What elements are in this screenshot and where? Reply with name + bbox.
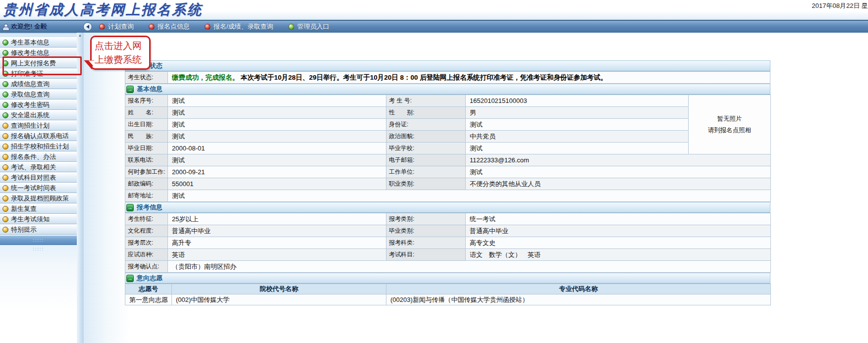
- sidebar-scrollbar[interactable]: ▲: [77, 33, 84, 343]
- sidebar-item-print-admission-ticket[interactable]: 打印准考证: [0, 68, 77, 79]
- field-label: 性 别:: [386, 107, 466, 119]
- table-row: 邮寄地址: 测试: [125, 190, 771, 202]
- volunteer-school: (002)中国传媒大学: [172, 294, 386, 305]
- sidebar-item-label: 新生复查: [11, 204, 37, 213]
- section-title: 报考信息: [137, 203, 163, 212]
- field-label: 民 族:: [125, 131, 168, 143]
- field-label: 何时参加工作:: [125, 166, 168, 178]
- sidebar-item-label: 招生学校和招生计划: [11, 142, 69, 151]
- field-value: 普通高中毕业: [466, 225, 771, 237]
- field-label: 报考类别:: [386, 213, 466, 225]
- sidebar-item-unified-exam-schedule[interactable]: 统一考试时间表: [0, 183, 77, 193]
- nav-score-admission-query[interactable]: 报名/成绩、录取查询: [205, 22, 273, 31]
- yellow-dot-icon: [2, 185, 8, 191]
- yellow-dot-icon: [2, 206, 8, 212]
- volunteer-table: 志愿号 院校代号名称 专业代码名称 第一意向志愿 (002)中国传媒大学 (00…: [125, 284, 771, 305]
- yellow-dot-icon: [2, 133, 8, 139]
- yellow-dot-icon: [2, 216, 8, 222]
- yellow-dot-icon: [2, 123, 8, 129]
- field-label: 报考确认点:: [125, 261, 168, 273]
- sidebar-item-candidate-exam-notice[interactable]: 考生考试须知: [0, 214, 77, 224]
- field-value: 普通高中毕业: [168, 225, 386, 237]
- user-icon: [2, 24, 8, 30]
- field-label: 毕业学校:: [386, 143, 466, 154]
- table-row: 何时参加工作: 2000-09-21 工作单位: 测试: [125, 166, 771, 178]
- sidebar-item-freshman-recheck[interactable]: 新生复查: [0, 203, 77, 214]
- sidebar-item-label: 安全退出系统: [11, 111, 50, 120]
- section-title: 基本信息: [137, 85, 163, 94]
- sidebar-item-label: 报名条件、办法: [11, 152, 56, 161]
- sidebar-item-exam-subjects-table[interactable]: 考试科目对照表: [0, 172, 77, 183]
- table-row: 邮政编码: 550001 职业类别: 不便分类的其他从业人员: [125, 178, 771, 190]
- table-row: 民 族: 测试 政治面貌: 中共党员: [125, 131, 771, 143]
- sidebar-item-label: 特别提示: [11, 225, 37, 234]
- field-value: 测试: [168, 95, 386, 107]
- section-title: 意向志愿: [137, 274, 163, 283]
- sidebar-item-candidate-basic-info[interactable]: 考生基本信息: [0, 37, 77, 48]
- sidebar-item-registration-conditions[interactable]: 报名条件、办法: [0, 151, 77, 162]
- sidebar-item-enrollment-plan-query[interactable]: 查询招生计划: [0, 120, 77, 131]
- field-label: 考生状态:: [125, 72, 168, 84]
- yellow-dot-icon: [2, 175, 8, 181]
- table-row: 第一意向志愿 (002)中国传媒大学 (00203)新闻与传播（中国传媒大学贵州…: [125, 294, 771, 305]
- scroll-up-icon[interactable]: ▲: [77, 33, 83, 39]
- sidebar-item-score-query[interactable]: 成绩信息查询: [0, 79, 77, 89]
- red-dot-icon: [205, 24, 211, 30]
- green-dot-icon: [2, 81, 8, 87]
- sidebar-item-confirmation-point-phones[interactable]: 报名确认点联系电话: [0, 131, 77, 141]
- field-value: 550001: [168, 178, 386, 190]
- status-table: 考生状态: 缴费成功，完成报名。 本次考试于10月28日、29日举行。考生可于1…: [125, 71, 770, 84]
- table-row: 考生特征: 25岁以上 报考类别: 统一考试: [125, 213, 771, 225]
- basic-info-table: 报名序号: 测试 考 生 号: 1652010215100003 暂无照片 请到…: [125, 95, 771, 202]
- sidebar-item-special-notice[interactable]: 特别提示: [0, 224, 77, 235]
- nav-item-label: 报名点信息: [158, 22, 190, 31]
- annotation-line: 上缴费系统: [95, 53, 146, 67]
- field-value: 1652010215100003: [466, 95, 689, 107]
- yellow-dot-icon: [2, 154, 8, 160]
- sidebar-item-schools-and-plans[interactable]: 招生学校和招生计划: [0, 141, 77, 151]
- field-value: 测试: [168, 154, 386, 166]
- field-value: 测试: [466, 119, 689, 131]
- field-label: 电子邮箱:: [386, 154, 466, 166]
- sidebar-item-pay-registration-fee[interactable]: 网上支付报名费: [0, 58, 77, 68]
- section-header-apply-info: → 报考信息: [125, 202, 770, 213]
- nav-plan-query[interactable]: 计划查询: [99, 22, 134, 31]
- section-arrow-icon: →: [126, 86, 134, 93]
- sidebar-item-label: 网上支付报名费: [11, 59, 56, 68]
- green-dot-icon: [2, 102, 8, 108]
- field-value: 测试: [168, 190, 771, 202]
- sidebar-item-edit-candidate-info[interactable]: 修改考生信息: [0, 48, 77, 58]
- section-header-volunteer: → 意向志愿: [125, 273, 770, 284]
- green-dot-icon: [2, 60, 8, 66]
- nav-registration-point-info[interactable]: 报名点信息: [149, 22, 190, 31]
- sidebar-collapsed-group[interactable]: :::::: [0, 235, 77, 245]
- sidebar-item-admission-query[interactable]: 录取信息查询: [0, 89, 77, 99]
- page-title: 贵州省成人高考网上报名系统: [3, 0, 203, 19]
- column-header: 专业代码名称: [386, 284, 771, 294]
- nav-back-button[interactable]: [83, 22, 92, 31]
- red-dot-icon: [99, 24, 105, 30]
- sidebar-item-logout[interactable]: 安全退出系统: [0, 110, 77, 120]
- field-value: 2000-09-21: [168, 166, 386, 178]
- field-label: 报名序号:: [125, 95, 168, 107]
- top-header: 贵州省成人高考网上报名系统 2017年08月22日 星: [0, 0, 868, 20]
- field-value: 测试: [168, 131, 386, 143]
- status-info-text: 本次考试于10月28日、29日举行。考生可于10月20日 8：00 后登陆网上报…: [241, 74, 607, 81]
- column-header: 志愿号: [125, 284, 172, 294]
- field-label: 邮政编码:: [125, 178, 168, 190]
- sidebar-item-label: 录取信息查询: [11, 90, 50, 99]
- sidebar-item-change-password[interactable]: 修改考生密码: [0, 99, 77, 110]
- sidebar-item-admission-preferential-policy[interactable]: 录取及提档照顾政策: [0, 193, 77, 203]
- field-value: 语文 数学（文） 英语: [466, 249, 771, 261]
- field-label: 文化程度:: [125, 225, 168, 237]
- sidebar-collapsed-group[interactable]: :::::: [0, 245, 77, 253]
- table-row: 文化程度: 普通高中毕业 毕业类别: 普通高中毕业: [125, 225, 771, 237]
- sidebar-item-label: 录取及提档照顾政策: [11, 194, 69, 203]
- sidebar-item-exam-admission-related[interactable]: 考试、录取相关: [0, 162, 77, 172]
- field-value: 中共党员: [466, 131, 689, 143]
- content: → 考生状态 考生状态: 缴费成功，完成报名。 本次考试于10月28日、29日举…: [125, 60, 770, 305]
- apply-info-table: 考生特征: 25岁以上 报考类别: 统一考试 文化程度: 普通高中毕业 毕业类别…: [125, 213, 771, 273]
- yellow-dot-icon: [2, 164, 8, 170]
- photo-text: 暂无照片: [693, 113, 766, 125]
- nav-admin-entry[interactable]: 管理员入口: [288, 22, 329, 31]
